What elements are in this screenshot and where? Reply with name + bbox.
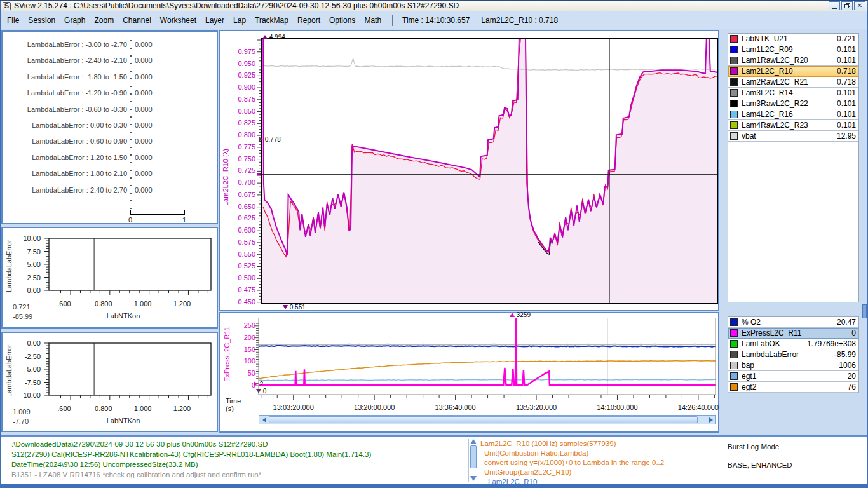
channel-row-lam2l2c-r10[interactable]: Lam2L2C_R100.718	[728, 66, 858, 77]
channel-value: -85.99	[834, 350, 858, 359]
channel-row-lam3l2c-r14[interactable]: Lam3L2C_R140.101	[728, 88, 858, 98]
main-y-tick-label: 0.475	[226, 286, 255, 294]
channel-color-swatch	[730, 89, 738, 97]
menu-item-trackmap[interactable]: TrackMap	[250, 13, 293, 28]
scatter-y-tick-label: 7.50	[14, 248, 41, 255]
main-y-tick-label: 0.675	[226, 191, 255, 198]
channel-info-line: Unit(Combustion Ratio,Lambda)	[484, 449, 588, 457]
close-button[interactable]: ✕	[854, 1, 865, 10]
channel-list-bottom: % O220.47ExPressL2C_R110LamLabOK1.79769e…	[728, 316, 859, 393]
main-y-tick-label: 0.625	[226, 214, 255, 222]
channel-row-lam4rawl2c-r23[interactable]: Lam4RawL2C_R230.101	[728, 120, 858, 131]
menu-item-layer[interactable]: Layer	[201, 13, 229, 28]
channel-row-expressl2c-r11[interactable]: ExPressL2C_R110	[728, 328, 858, 339]
channel-row-vbat[interactable]: vbat12.95	[728, 131, 858, 142]
histogram-row: LambdaLabError : -3.00 to -2.700.000	[3, 41, 217, 50]
channel-row-lambdalaberror[interactable]: LambdaLabError-85.99	[728, 349, 858, 360]
channel-color-swatch	[730, 121, 738, 129]
scatter-y-tick-label: 10.00	[14, 234, 41, 242]
menu-item-math[interactable]: Math	[360, 13, 386, 28]
session-info-line: DateTime(2024\9\30 12:56) UncompressedSi…	[11, 461, 198, 468]
channel-row--o2[interactable]: % O220.47	[728, 317, 858, 328]
scatter-y-tick-label: -10.00	[14, 391, 41, 399]
minimize-button[interactable]	[829, 1, 840, 10]
session-info-line: B1351 - LZA08 V RR14716 *check og calibr…	[11, 471, 261, 478]
title-bar: S SView 2.15.274 : C:\Users\Public\Docum…	[0, 1, 868, 11]
scroll-up-icon[interactable]	[470, 439, 477, 444]
main-y-tick-label: 0.975	[226, 48, 255, 55]
menu-item-session[interactable]: Session	[24, 13, 60, 28]
channel-name: egt2	[742, 383, 848, 391]
bottom-min-marker-icon	[256, 389, 261, 393]
histogram-row-label: LambdaLabError : 1.80 to 2.10	[3, 170, 127, 177]
histogram-axis-max: 1	[181, 216, 187, 224]
channel-row-lam1rawl2c-r20[interactable]: Lam1RawL2C_R200.101	[728, 55, 858, 66]
window-border-bottom	[0, 484, 868, 488]
scatter-cursor-x-value: 1.009	[13, 408, 31, 416]
channel-list-top: LabNTK_U210.721Lam1L2C_R090.101Lam1RawL2…	[728, 33, 859, 302]
histogram-row: LambdaLabError : -1.80 to -1.500.000	[3, 73, 217, 83]
menu-item-report[interactable]: Report	[293, 13, 325, 28]
menu-item-options[interactable]: Options	[325, 13, 360, 28]
menu-bar: FileSessionGraphZoomChannelWorksheetLaye…	[0, 11, 868, 29]
channel-value: 12.95	[837, 132, 858, 140]
mini-scroll-thumb[interactable]	[470, 445, 477, 468]
time-scrollbar[interactable]	[259, 415, 716, 424]
channel-value: 20.47	[837, 318, 858, 327]
peak-marker-icon	[510, 313, 515, 317]
channel-value: 0	[851, 329, 858, 337]
histogram-row-label: LambdaLabError : -3.00 to -2.70	[3, 41, 127, 48]
menu-item-graph[interactable]: Graph	[60, 13, 90, 28]
main-y-tick-label: 0.525	[226, 262, 255, 269]
channel-value: 20	[848, 372, 858, 381]
channel-row-lam4l2c-r16[interactable]: Lam4L2C_R160.101	[728, 109, 858, 120]
histogram-row-label: LambdaLabError : -1.80 to -1.50	[3, 73, 127, 81]
main-content: LambdaLabError : -3.00 to -2.700.000Lamb…	[0, 29, 868, 435]
channel-row-lam2rawl2c-r21[interactable]: Lam2RawL2C_R210.718	[728, 77, 858, 88]
channel-row-bap[interactable]: bap1006	[728, 360, 858, 371]
splitter-handle[interactable]	[862, 304, 867, 318]
scatter-plot-panel-1: LambdaLabError10.007.505.002.500.00.6000…	[1, 227, 218, 329]
scatter-plot[interactable]	[43, 341, 212, 404]
channel-row-lam1l2c-r09[interactable]: Lam1L2C_R090.101	[728, 44, 858, 55]
scatter-x-tick-label: 1.200	[166, 405, 198, 412]
channel-name: LabNTK_U21	[742, 34, 837, 43]
channel-name: Lam2RawL2C_R21	[742, 78, 837, 86]
channel-row-lamlabok[interactable]: LamLabOK1.79769e+308	[728, 339, 858, 349]
bottom-chart-plot[interactable]	[251, 318, 716, 395]
channel-info-scrollbar[interactable]	[470, 439, 477, 481]
time-tick-label: 13:03:20.000	[265, 403, 322, 411]
scroll-down-icon[interactable]	[470, 476, 477, 481]
channel-value: 0.718	[837, 67, 858, 76]
histogram-axis-min: 0	[127, 216, 133, 224]
scatter-cursor-y-value: -7.70	[13, 417, 29, 425]
channel-row-egt1[interactable]: egt120	[728, 371, 858, 382]
histogram-row-label: LambdaLabError : 0.60 to 0.90	[3, 137, 127, 145]
cursor-left-marker-icon	[254, 381, 258, 386]
close-icon: ✕	[857, 2, 862, 9]
channel-color-swatch	[730, 35, 738, 43]
channel-name: LambdaLabError	[742, 350, 834, 359]
peak-value-marker: 3259	[510, 311, 531, 318]
restore-button[interactable]	[841, 1, 853, 10]
scroll-left-arrow-icon[interactable]	[259, 416, 269, 424]
scatter-plot[interactable]	[43, 236, 212, 299]
menu-item-worksheet[interactable]: Worksheet	[156, 13, 201, 28]
scrollbar-thumb[interactable]	[269, 416, 698, 423]
menu-item-zoom[interactable]: Zoom	[90, 13, 118, 28]
channel-row-egt2[interactable]: egt276	[728, 382, 858, 393]
menu-item-lap[interactable]: Lap	[229, 13, 250, 28]
channel-row-lam3rawl2c-r22[interactable]: Lam3RawL2C_R220.101	[728, 98, 858, 109]
channel-color-swatch	[730, 46, 738, 53]
histogram-row: LambdaLabError : 0.60 to 0.900.000	[3, 137, 217, 147]
channel-value: 0.101	[837, 56, 858, 65]
scroll-right-arrow-icon[interactable]	[706, 416, 715, 424]
menu-item-file[interactable]: File	[3, 13, 24, 28]
histogram-row-value: 0.000	[135, 105, 153, 113]
menu-item-channel[interactable]: Channel	[118, 13, 156, 28]
histogram-row: LambdaLabError : 2.40 to 2.700.000	[3, 186, 217, 196]
scatter-x-axis-name: LabNTKon	[85, 417, 161, 424]
channel-row-labntk-u21[interactable]: LabNTK_U210.721	[728, 34, 858, 44]
main-chart-plot[interactable]	[254, 38, 718, 304]
scatter-x-axis-name: LabNTKon	[85, 312, 161, 320]
